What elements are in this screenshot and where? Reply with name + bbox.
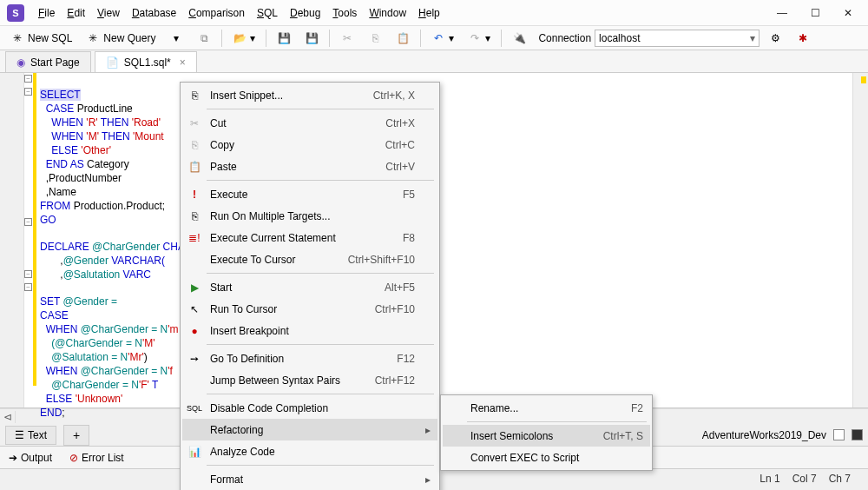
checkbox-empty[interactable] <box>833 429 845 440</box>
minimize-button[interactable]: — <box>776 7 788 19</box>
new-sql-button[interactable]: ✳New SQL <box>5 30 77 47</box>
change-indicator <box>33 73 36 386</box>
menu-jump-syntax[interactable]: Jump Between Syntax PairsCtrl+F12 <box>182 369 437 391</box>
save-all-button[interactable]: 💾 <box>299 30 324 47</box>
open-button[interactable]: 📂▾ <box>227 30 260 47</box>
error-list-tab[interactable]: ⊘Error List <box>69 452 124 464</box>
app-icon: S <box>7 4 24 22</box>
save-button[interactable]: 💾 <box>272 30 296 47</box>
menu-disable-completion[interactable]: SQLDisable Code Completion <box>182 397 437 419</box>
context-menu: ⎘Insert Snippet...Ctrl+K, X ✂CutCtrl+X ⎘… <box>180 82 440 490</box>
new-query-button[interactable]: ✳New Query <box>81 30 161 47</box>
error-icon: ⊘ <box>69 452 78 464</box>
menu-file[interactable]: File <box>33 3 60 23</box>
exec-current-icon: ≣! <box>186 232 203 244</box>
document-tabs: ◉Start Page 📄SQL1.sql*× <box>0 50 868 73</box>
menu-run-to-cursor[interactable]: ↖Run To CursorCtrl+F10 <box>182 298 437 320</box>
disconnect-button[interactable]: ✱ <box>791 30 815 47</box>
close-button[interactable]: ✕ <box>842 7 854 19</box>
menu-execute-current[interactable]: ≣!Execute Current StatementF8 <box>182 227 437 248</box>
checkbox-filled[interactable] <box>852 429 863 440</box>
editor-gutter <box>0 73 24 407</box>
menu-sql[interactable]: SQL <box>252 3 283 23</box>
arrow-right-icon: ➔ <box>9 452 17 464</box>
refactoring-submenu: Rename...F2 Insert SemicolonsCtrl+T, S C… <box>440 394 653 471</box>
home-icon: ◉ <box>16 56 25 69</box>
menu-help[interactable]: Help <box>413 3 445 23</box>
cut-button[interactable]: ✂ <box>335 30 359 47</box>
maximize-button[interactable]: ☐ <box>809 7 821 19</box>
menu-copy[interactable]: ⎘CopyCtrl+C <box>182 134 437 156</box>
fold-icon[interactable]: − <box>24 270 32 278</box>
window-controls: — ☐ ✕ <box>776 7 854 19</box>
vertical-scrollbar[interactable] <box>852 73 868 407</box>
conn-options-button[interactable]: ⚙ <box>763 30 787 47</box>
menu-refactoring[interactable]: Refactoring▸ <box>182 419 437 440</box>
menu-debug[interactable]: Debug <box>285 3 326 23</box>
menu-execute-to-cursor[interactable]: Execute To CursorCtrl+Shift+F10 <box>182 248 437 270</box>
status-ch: Ch 7 <box>829 473 851 485</box>
scissors-icon: ✂ <box>186 117 203 129</box>
sparkle-icon: ✳ <box>86 31 100 45</box>
connect-button[interactable]: 🔌 <box>507 30 531 47</box>
sql-file-icon: 📄 <box>106 56 119 69</box>
database-name: AdventureWorks2019_Dev <box>702 429 826 441</box>
text-icon: ☰ <box>15 429 24 441</box>
submenu-insert-semicolons[interactable]: Insert SemicolonsCtrl+T, S <box>443 425 650 447</box>
toolbar: ✳New SQL ✳New Query ▾ ⧉ 📂▾ 💾 💾 ✂ ⎘ 📋 ↶▾ … <box>0 26 868 50</box>
paste-icon: 📋 <box>186 161 203 173</box>
close-tab-icon[interactable]: × <box>180 56 186 69</box>
sparkle-icon: ✳ <box>10 31 24 45</box>
paste-button[interactable]: 📋 <box>391 30 415 47</box>
output-tab[interactable]: ➔Output <box>9 452 52 464</box>
fold-icon[interactable]: − <box>24 283 32 291</box>
menu-insert-snippet[interactable]: ⎘Insert Snippet...Ctrl+K, X <box>182 84 437 106</box>
connection-label: Connection <box>538 32 591 44</box>
menu-start[interactable]: ▶StartAlt+F5 <box>182 276 437 298</box>
titlebar: S File Edit View Database Comparison SQL… <box>0 0 868 26</box>
dropdown-icon[interactable]: ▾ <box>164 30 188 47</box>
copy-icon: ⎘ <box>186 139 203 151</box>
redo-button[interactable]: ↷▾ <box>463 30 496 47</box>
menu-tools[interactable]: Tools <box>327 3 362 23</box>
goto-icon: ➙ <box>186 353 203 365</box>
breakpoint-icon: ● <box>186 325 203 337</box>
submenu-convert-exec[interactable]: Convert EXEC to Script <box>443 447 650 468</box>
copy-button[interactable]: ⎘ <box>363 30 387 47</box>
scroll-left-icon[interactable]: ⊲ <box>0 411 16 423</box>
submenu-rename[interactable]: Rename...F2 <box>443 397 650 419</box>
menu-paste[interactable]: 📋PasteCtrl+V <box>182 156 437 177</box>
targets-icon: ⎘ <box>186 210 203 222</box>
menu-view[interactable]: View <box>92 3 125 23</box>
play-icon: ▶ <box>186 281 203 294</box>
snippet-icon: ⎘ <box>186 89 203 102</box>
tab-sql1[interactable]: 📄SQL1.sql*× <box>95 51 197 72</box>
exclaim-icon: ! <box>186 189 203 201</box>
menu-analyze-code[interactable]: 📊Analyze Code <box>182 440 437 462</box>
sql-completion-icon: SQL <box>186 404 203 413</box>
cursor-icon: ↖ <box>186 303 203 315</box>
menu-format[interactable]: Format▸ <box>182 468 437 490</box>
fold-icon[interactable]: − <box>24 88 32 96</box>
menu-goto-definition[interactable]: ➙Go To DefinitionF12 <box>182 348 437 369</box>
menu-comparison[interactable]: Comparison <box>183 3 250 23</box>
menu-execute[interactable]: !ExecuteF5 <box>182 183 437 205</box>
sql-icon[interactable]: ⧉ <box>192 30 216 47</box>
analyze-icon: 📊 <box>186 446 203 458</box>
connection-dropdown[interactable]: localhost▾ <box>595 30 760 47</box>
undo-button[interactable]: ↶▾ <box>426 30 459 47</box>
tab-start-page[interactable]: ◉Start Page <box>5 51 91 72</box>
menu-insert-breakpoint[interactable]: ●Insert Breakpoint <box>182 320 437 341</box>
fold-icon[interactable]: − <box>24 218 32 226</box>
code-content: SELECT CASE ProductLine WHEN 'R' THEN 'R… <box>40 75 196 433</box>
status-line: Ln 1 <box>760 473 779 485</box>
fold-icon[interactable]: − <box>24 75 32 83</box>
menu-run-multiple[interactable]: ⎘Run On Multiple Targets... <box>182 205 437 227</box>
menu-cut[interactable]: ✂CutCtrl+X <box>182 112 437 134</box>
menu-edit[interactable]: Edit <box>62 3 90 23</box>
menubar: File Edit View Database Comparison SQL D… <box>33 3 776 23</box>
menu-window[interactable]: Window <box>364 3 411 23</box>
menu-database[interactable]: Database <box>127 3 181 23</box>
status-col: Col 7 <box>792 473 817 485</box>
